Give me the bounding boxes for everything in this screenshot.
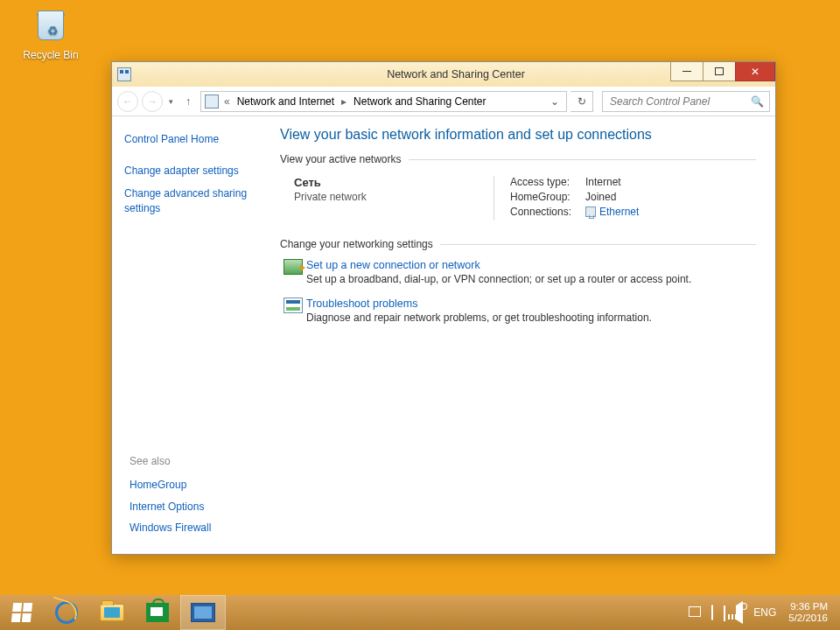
breadcrumb-overflow[interactable]: « xyxy=(222,95,232,108)
troubleshoot-link[interactable]: Troubleshoot problems xyxy=(306,298,652,310)
breadcrumb-2[interactable]: Network and Sharing Center xyxy=(352,94,487,108)
see-also-internet-options[interactable]: Internet Options xyxy=(130,500,211,514)
tray-speaker-icon[interactable] xyxy=(731,606,748,620)
chevron-right-icon: ▸ xyxy=(340,95,348,108)
homegroup-link[interactable]: Joined xyxy=(585,191,616,203)
new-connection-icon xyxy=(284,259,303,275)
store-icon xyxy=(146,603,169,622)
windows-logo-icon xyxy=(11,603,32,622)
recycle-bin[interactable]: ♻ Recycle Bin xyxy=(21,5,80,61)
nav-back-button[interactable]: ← xyxy=(117,91,138,112)
control-panel-icon xyxy=(191,603,215,622)
address-icon xyxy=(205,94,219,108)
nav-up-button[interactable]: ↑ xyxy=(179,95,197,108)
tray-time: 9:36 PM xyxy=(788,601,828,612)
start-button[interactable] xyxy=(0,595,44,630)
close-button[interactable]: ✕ xyxy=(735,62,775,81)
homegroup-label: HomeGroup: xyxy=(510,191,585,203)
troubleshoot-icon xyxy=(284,298,303,313)
sidebar: Control Panel Home Change adapter settin… xyxy=(112,116,276,554)
tray-language[interactable]: ENG xyxy=(748,606,781,619)
new-connection-link[interactable]: Set up a new connection or network xyxy=(306,259,691,271)
refresh-button[interactable]: ↻ xyxy=(570,91,593,112)
tray-clock[interactable]: 9:36 PM 5/2/2016 xyxy=(781,601,835,624)
active-networks-caption: View your active networks xyxy=(280,153,756,165)
new-connection-desc: Set up a broadband, dial-up, or VPN conn… xyxy=(306,273,691,285)
taskbar-ie[interactable] xyxy=(44,595,89,630)
ethernet-icon xyxy=(585,206,596,217)
tray-security-icon[interactable] xyxy=(683,606,706,620)
tray-network-icon[interactable] xyxy=(718,606,731,620)
tray-action-center-icon[interactable] xyxy=(706,606,718,620)
breadcrumb-1[interactable]: Network and Internet xyxy=(235,94,336,108)
control-panel-window: Network and Sharing Center ✕ ← → ▾ ↑ « N… xyxy=(111,61,776,555)
recycle-bin-icon: ♻ xyxy=(35,10,66,47)
system-tray: ENG 9:36 PM 5/2/2016 xyxy=(683,595,840,630)
taskbar-file-explorer[interactable] xyxy=(89,595,135,630)
troubleshoot-desc: Diagnose and repair network problems, or… xyxy=(306,312,652,324)
ie-icon xyxy=(55,601,78,624)
sidebar-adapter-settings[interactable]: Change adapter settings xyxy=(124,164,264,178)
connections-label: Connections: xyxy=(510,206,585,218)
nav-toolbar: ← → ▾ ↑ « Network and Internet ▸ Network… xyxy=(112,87,775,116)
window-icon xyxy=(117,67,131,81)
see-also-windows-firewall[interactable]: Windows Firewall xyxy=(130,521,211,535)
titlebar[interactable]: Network and Sharing Center ✕ xyxy=(112,62,775,87)
sidebar-home[interactable]: Control Panel Home xyxy=(124,132,264,146)
recycle-bin-label: Recycle Bin xyxy=(21,49,80,61)
connection-link[interactable]: Ethernet xyxy=(599,206,639,218)
access-type-label: Access type: xyxy=(510,176,585,188)
networking-settings-caption: Change your networking settings xyxy=(280,238,756,250)
nav-forward-button[interactable]: → xyxy=(142,91,163,112)
minimize-button[interactable] xyxy=(670,62,704,81)
sidebar-advanced-sharing[interactable]: Change advanced sharing settings xyxy=(124,186,264,214)
page-heading: View your basic network information and … xyxy=(280,127,756,143)
network-name: Сеть xyxy=(294,176,321,189)
access-type-value: Internet xyxy=(585,176,621,188)
see-also-homegroup[interactable]: HomeGroup xyxy=(130,478,211,492)
see-also-heading: See also xyxy=(130,455,211,467)
taskbar-control-panel[interactable] xyxy=(180,595,226,630)
tray-date: 5/2/2016 xyxy=(788,612,828,624)
content-pane: View your basic network information and … xyxy=(276,116,775,554)
search-input[interactable] xyxy=(608,94,751,108)
network-type: Private network xyxy=(294,191,494,203)
nav-history-dropdown[interactable]: ▾ xyxy=(166,97,176,106)
address-dropdown[interactable]: ⌄ xyxy=(547,95,563,108)
taskbar-store[interactable] xyxy=(135,595,180,630)
address-bar[interactable]: « Network and Internet ▸ Network and Sha… xyxy=(200,91,567,112)
search-box[interactable]: 🔍 xyxy=(602,91,770,112)
maximize-button[interactable] xyxy=(703,62,736,81)
search-icon[interactable]: 🔍 xyxy=(751,95,764,108)
folder-icon xyxy=(100,604,124,621)
taskbar: ENG 9:36 PM 5/2/2016 xyxy=(0,595,840,630)
